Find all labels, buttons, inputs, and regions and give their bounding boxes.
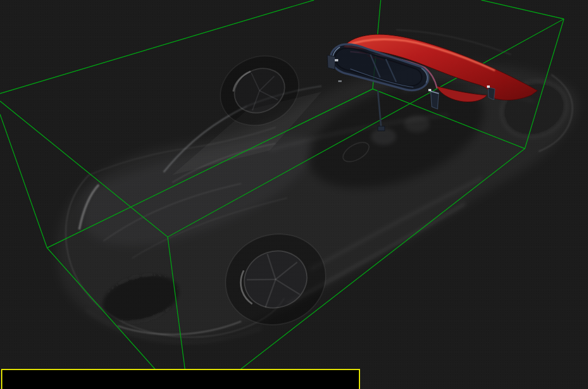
frame-bracket-speck-a	[428, 89, 431, 91]
car-seat-right	[404, 115, 430, 133]
frame-bracket-speck-b	[487, 85, 490, 88]
render-viewport[interactable]	[0, 0, 588, 389]
frame-bracket-far	[488, 87, 495, 100]
scene-canvas	[0, 0, 588, 389]
frame-left-speck2	[338, 80, 342, 82]
frame-left-bracket	[327, 55, 335, 69]
status-bar: Camera: pos -2.94 3.38 -0.28, dir 0.58 -…	[1, 369, 360, 389]
frame-left-speck	[335, 59, 338, 61]
bounding-box-edge	[0, 114, 47, 248]
frame-foot	[378, 126, 385, 131]
bounding-box-edge	[481, 0, 564, 19]
